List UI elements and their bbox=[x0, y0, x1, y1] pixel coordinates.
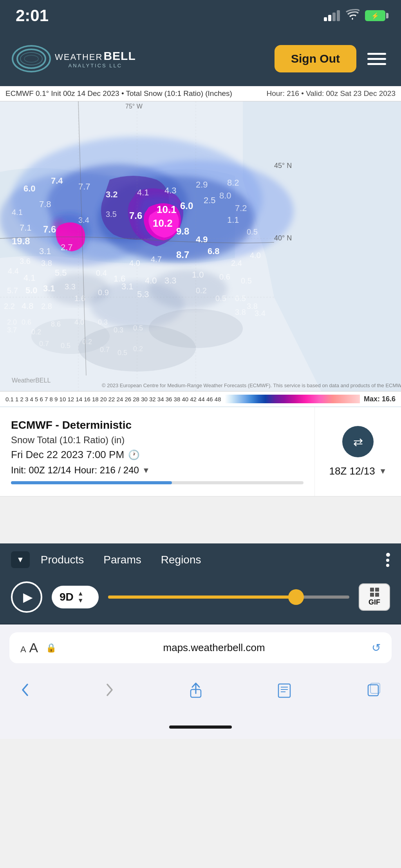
svg-text:3.7: 3.7 bbox=[7, 326, 17, 334]
svg-text:3.2: 3.2 bbox=[106, 189, 118, 199]
svg-text:6.8: 6.8 bbox=[208, 246, 220, 256]
info-time: Fri Dec 22 2023 7:00 PM 🕐 bbox=[11, 449, 303, 461]
progress-bar-container bbox=[11, 481, 303, 484]
map-image-area[interactable]: 6.0 7.4 7.7 7.8 4.1 3.2 4.1 4.3 2.9 8.2 … bbox=[0, 101, 401, 391]
font-a-small: A bbox=[20, 644, 26, 654]
logo-ellipse bbox=[12, 45, 51, 72]
header-right: Sign Out bbox=[275, 45, 389, 72]
weather-map-svg: 6.0 7.4 7.7 7.8 4.1 3.2 4.1 4.3 2.9 8.2 … bbox=[0, 101, 401, 391]
svg-text:5.3: 5.3 bbox=[137, 289, 149, 299]
menu-line-3 bbox=[367, 63, 386, 65]
lock-icon: 🔒 bbox=[46, 643, 56, 653]
home-bar bbox=[169, 725, 232, 729]
map-container: ECMWF 0.1° Init 00z 14 Dec 2023 • Total … bbox=[0, 86, 401, 407]
toolbar-more-button[interactable] bbox=[386, 553, 390, 567]
slider-fill bbox=[108, 596, 296, 599]
duration-down-arrow[interactable]: ▼ bbox=[78, 597, 84, 604]
svg-point-10 bbox=[149, 270, 227, 309]
svg-text:2.2: 2.2 bbox=[4, 302, 15, 310]
tabs-button[interactable] bbox=[361, 678, 385, 706]
gif-button[interactable]: GIF bbox=[359, 583, 390, 611]
svg-text:10.1: 10.1 bbox=[157, 204, 177, 215]
logo-analytics-text: ANALYTICS LLC bbox=[55, 63, 136, 69]
toolbar-regions[interactable]: Regions bbox=[161, 554, 201, 566]
share-button[interactable] bbox=[184, 678, 207, 706]
svg-text:4.1: 4.1 bbox=[137, 188, 149, 197]
svg-text:3.1: 3.1 bbox=[121, 282, 134, 291]
info-init-text: Init: 00Z 12/14 bbox=[11, 465, 71, 476]
sign-out-button[interactable]: Sign Out bbox=[275, 45, 356, 72]
map-label-left: ECMWF 0.1° Init 00z 14 Dec 2023 • Total … bbox=[5, 89, 232, 98]
info-panel: ECMWF - Deterministic Snow Total (10:1 R… bbox=[0, 407, 401, 496]
menu-button[interactable] bbox=[364, 50, 389, 68]
svg-text:7.6: 7.6 bbox=[129, 210, 142, 221]
progress-bar-fill bbox=[11, 481, 172, 484]
scale-max: Max: 16.6 bbox=[364, 395, 396, 403]
more-dot-2 bbox=[386, 559, 389, 562]
status-icons: ⚡ bbox=[324, 9, 385, 23]
model-selector-text: 18Z 12/13 bbox=[329, 465, 375, 477]
model-selector[interactable]: 18Z 12/13 ▼ bbox=[329, 465, 387, 477]
bookmarks-button[interactable] bbox=[273, 678, 296, 706]
svg-text:10.2: 10.2 bbox=[153, 217, 173, 229]
play-icon: ▶ bbox=[23, 590, 33, 605]
status-time: 2:01 bbox=[16, 6, 49, 25]
svg-text:3.4: 3.4 bbox=[255, 309, 266, 318]
svg-text:0.5: 0.5 bbox=[235, 294, 246, 303]
slider-container[interactable] bbox=[108, 596, 349, 599]
svg-text:0.5: 0.5 bbox=[61, 342, 70, 350]
logo-text: WEATHER BELL ANALYTICS LLC bbox=[55, 49, 136, 69]
info-init[interactable]: Init: 00Z 12/14 Hour: 216 / 240 ▼ bbox=[11, 465, 303, 476]
more-dot-3 bbox=[386, 564, 389, 567]
svg-text:3.8: 3.8 bbox=[41, 259, 52, 267]
wifi-icon bbox=[345, 9, 359, 23]
svg-text:1.0: 1.0 bbox=[192, 270, 204, 280]
svg-text:45° N: 45° N bbox=[274, 162, 292, 170]
svg-text:4.7: 4.7 bbox=[151, 255, 162, 263]
gif-label: GIF bbox=[368, 598, 380, 606]
toolbar-products[interactable]: Products bbox=[41, 554, 84, 566]
slider-thumb[interactable] bbox=[288, 589, 304, 605]
gif-cell-1 bbox=[370, 588, 374, 592]
address-bar-inner[interactable]: A A 🔒 maps.weatherbell.com ↺ bbox=[9, 632, 392, 663]
home-indicator bbox=[0, 715, 401, 739]
svg-text:0.2: 0.2 bbox=[82, 338, 92, 346]
svg-text:0.6: 0.6 bbox=[219, 272, 230, 281]
play-button[interactable]: ▶ bbox=[11, 581, 42, 613]
more-dot-1 bbox=[386, 553, 390, 557]
duration-value: 9D bbox=[60, 591, 74, 603]
duration-up-arrow[interactable]: ▲ bbox=[78, 590, 84, 597]
menu-line-1 bbox=[367, 53, 386, 55]
toolbar-dropdown-arrow: ▼ bbox=[16, 555, 24, 564]
clock-icon: 🕐 bbox=[128, 449, 140, 460]
svg-text:5.7: 5.7 bbox=[7, 286, 18, 295]
back-button[interactable] bbox=[16, 677, 34, 706]
info-left: ECMWF - Deterministic Snow Total (10:1 R… bbox=[0, 407, 315, 496]
toolbar-params[interactable]: Params bbox=[103, 554, 141, 566]
svg-text:WeatherBELL: WeatherBELL bbox=[12, 377, 51, 384]
gif-cell-3 bbox=[370, 593, 374, 597]
hour-dropdown-arrow: ▼ bbox=[142, 466, 150, 475]
reload-icon[interactable]: ↺ bbox=[372, 641, 381, 654]
svg-text:0.2: 0.2 bbox=[31, 328, 41, 336]
switch-model-button[interactable]: ⇄ bbox=[342, 426, 374, 457]
forward-button[interactable] bbox=[100, 677, 119, 706]
playback-row: ▶ 9D ▲ ▼ GIF bbox=[0, 576, 401, 624]
svg-text:0.5: 0.5 bbox=[215, 294, 226, 303]
svg-text:2.8: 2.8 bbox=[41, 302, 52, 310]
signal-bars bbox=[324, 10, 340, 21]
svg-text:4.3: 4.3 bbox=[164, 186, 177, 195]
toolbar-dropdown-button[interactable]: ▼ bbox=[11, 551, 30, 568]
battery-icon: ⚡ bbox=[365, 10, 385, 21]
duration-arrows: ▲ ▼ bbox=[78, 590, 84, 604]
info-model: ECMWF - Deterministic bbox=[11, 419, 303, 431]
duration-selector[interactable]: 9D ▲ ▼ bbox=[52, 586, 99, 608]
url-text[interactable]: maps.weatherbell.com bbox=[64, 642, 364, 654]
svg-text:2.5: 2.5 bbox=[204, 195, 216, 205]
font-size-control[interactable]: A A bbox=[20, 640, 38, 655]
svg-text:0.2: 0.2 bbox=[133, 345, 143, 353]
svg-text:0.5: 0.5 bbox=[133, 324, 143, 332]
status-bar: 2:01 ⚡ bbox=[0, 0, 401, 31]
signal-bar-4 bbox=[337, 10, 340, 21]
svg-text:6.0: 6.0 bbox=[23, 184, 36, 193]
